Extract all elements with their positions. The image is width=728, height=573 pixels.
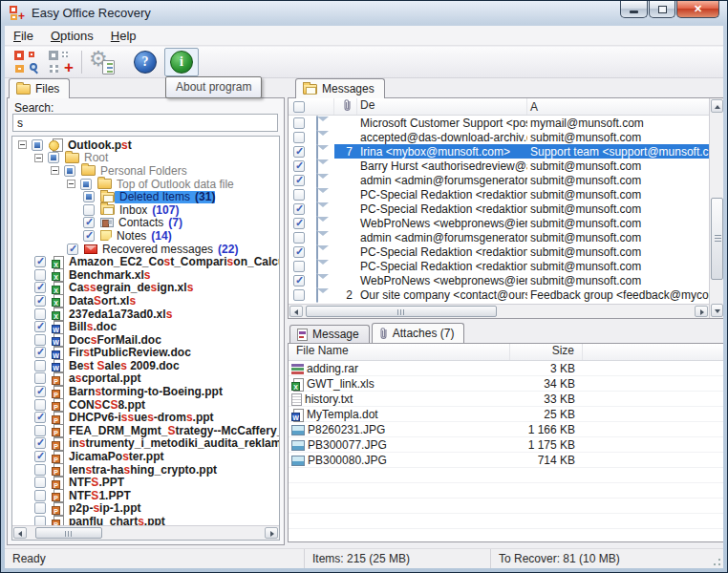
de-column-header[interactable]: De: [357, 98, 527, 115]
tree-checkbox[interactable]: [34, 347, 46, 358]
tree-item[interactable]: P lenstra-hashing_crypto.ppt: [12, 463, 279, 477]
messages-vertical-scrollbar[interactable]: [709, 98, 723, 318]
open-office-file-button[interactable]: [9, 48, 43, 76]
tree-item[interactable]: Recovered messages(22): [12, 243, 279, 256]
tree-checkbox[interactable]: [34, 321, 46, 332]
tree-checkbox[interactable]: [34, 425, 46, 436]
tree-item[interactable]: P panflu_charts.ppt: [12, 515, 279, 525]
maximize-button[interactable]: [649, 1, 675, 18]
tree-checkbox[interactable]: [34, 295, 46, 307]
resize-grip[interactable]: [710, 555, 721, 566]
attaches-header[interactable]: File Name Size: [289, 344, 723, 361]
tree-checkbox[interactable]: [34, 477, 46, 488]
about-program-button[interactable]: i: [164, 48, 199, 76]
message-checkbox[interactable]: [293, 132, 305, 143]
scrollbar-thumb[interactable]: [711, 198, 723, 280]
message-row[interactable]: accepted@das-download-archiv.de submit@m…: [289, 130, 709, 144]
scroll-left-button[interactable]: [289, 306, 303, 317]
tree-checkbox[interactable]: [83, 191, 95, 202]
message-checkbox[interactable]: [293, 175, 305, 186]
message-row[interactable]: 7 Irina <mybox@munsoft.com> Support team…: [289, 144, 709, 159]
file-name-column-header[interactable]: File Name: [289, 344, 510, 360]
attachment-row[interactable]: WMyTempla.dot 25 KB: [289, 407, 723, 422]
menu-item-options[interactable]: Options: [42, 27, 102, 45]
tree-checkbox[interactable]: [34, 372, 46, 384]
minimize-button[interactable]: [620, 1, 648, 18]
tree-checkbox[interactable]: [34, 437, 46, 449]
size-column-header[interactable]: Size: [510, 344, 583, 360]
message-checkbox[interactable]: [293, 246, 305, 258]
message-checkbox[interactable]: [293, 218, 305, 229]
tree-checkbox[interactable]: [34, 451, 46, 462]
scrollbar-thumb[interactable]: [35, 527, 102, 539]
message-row[interactable]: PC-Special Redaktion <redaktion@p... sub…: [289, 259, 709, 273]
messages-horizontal-scrollbar[interactable]: [289, 304, 709, 318]
message-row[interactable]: 2 Our site company <contact@oursite> Fee…: [289, 287, 709, 302]
scroll-right-button[interactable]: [695, 306, 708, 317]
tree-checkbox[interactable]: [34, 399, 46, 411]
tree-checkbox[interactable]: [34, 308, 46, 320]
message-checkbox[interactable]: [293, 203, 305, 215]
tree-item[interactable]: X Cassegrain_design.xls: [12, 282, 279, 295]
tree-item[interactable]: Contacts(7): [12, 217, 279, 230]
tree-item[interactable]: P NTFS.PPT: [12, 476, 279, 489]
close-button[interactable]: ✕: [676, 1, 719, 18]
message-row[interactable]: PC-Special Redaktion <redaktion@p... sub…: [289, 244, 709, 259]
attachment-row[interactable]: PB300077.JPG 1 175 KB: [289, 437, 723, 453]
attachment-column-header[interactable]: [334, 98, 357, 115]
tree-checkbox[interactable]: [34, 360, 46, 371]
attachment-row[interactable]: history.txt 33 KB: [289, 392, 723, 407]
tree-item[interactable]: Top of Outlook data file: [12, 178, 279, 191]
title-bar[interactable]: + Easy Office Recovery ✕: [1, 1, 727, 26]
message-row[interactable]: admin <admin@forumsgenerator.co... submi…: [289, 230, 709, 244]
help-button[interactable]: ?: [128, 48, 162, 76]
tree-item[interactable]: P instrumenty_i_metodiki_audita_reklamny: [12, 437, 279, 451]
attachment-row[interactable]: XGWT_link.xls 34 KB: [289, 376, 723, 392]
tree-expander[interactable]: [51, 166, 59, 175]
add-office-file-button[interactable]: +: [43, 48, 77, 76]
message-checkbox[interactable]: [293, 146, 305, 158]
tree-item[interactable]: Inbox(107): [12, 203, 279, 217]
tree-item[interactable]: P Barnstorming-to-Boeing.ppt: [12, 385, 279, 398]
tree-checkbox[interactable]: [34, 334, 46, 346]
tree-checkbox[interactable]: [83, 230, 95, 242]
tree-expander[interactable]: [34, 154, 43, 162]
tree-item[interactable]: Root: [12, 152, 279, 165]
attachment-row[interactable]: adding.rar 3 KB: [289, 361, 723, 376]
tree-item[interactable]: X Amazon_EC2_Cost_Comparison_Calculato: [12, 255, 279, 268]
message-row[interactable]: Barry Hurst <authorisedreview@aol... sub…: [289, 159, 709, 173]
tree-checkbox[interactable]: [83, 217, 95, 228]
scrollbar-thumb[interactable]: [306, 306, 497, 317]
recovery-options-button[interactable]: ⚙: [86, 48, 120, 76]
scroll-up-button[interactable]: [711, 99, 723, 113]
tree-item[interactable]: W Bills.doc: [12, 320, 279, 333]
scroll-down-button[interactable]: [711, 304, 723, 317]
tree-item[interactable]: P NTFS1.PPT: [12, 489, 279, 502]
message-checkbox[interactable]: [293, 117, 305, 129]
tree-checkbox[interactable]: [34, 516, 46, 525]
tree-item[interactable]: Personal Folders: [12, 164, 279, 178]
tree-checkbox[interactable]: [83, 204, 95, 216]
tree-item[interactable]: Outlook.pst: [12, 138, 279, 152]
message-row[interactable]: WebProNews <webpronews@ientry... submit@…: [289, 216, 709, 230]
tree-checkbox[interactable]: [48, 152, 59, 163]
menu-item-help[interactable]: Help: [102, 27, 145, 45]
tree-checkbox[interactable]: [80, 179, 92, 190]
tree-checkbox[interactable]: [34, 269, 46, 281]
attachment-row[interactable]: PB300080.JPG 714 KB: [289, 453, 723, 468]
tree-checkbox[interactable]: [34, 490, 46, 501]
messages-header[interactable]: De A: [289, 98, 709, 116]
message-row[interactable]: PC-Special Redaktion <redaktion@p... sub…: [289, 187, 709, 202]
tab-messages[interactable]: Messages: [295, 78, 385, 98]
tree-item[interactable]: P DHCPv6-issues-droms.ppt: [12, 411, 279, 424]
tree-item[interactable]: P JicamaPoster.ppt: [12, 450, 279, 463]
select-all-checkbox[interactable]: [293, 101, 305, 113]
message-checkbox[interactable]: [293, 160, 305, 172]
search-input[interactable]: [12, 114, 278, 132]
tree-checkbox[interactable]: [34, 412, 46, 423]
tree-item[interactable]: P ascportal.ppt: [12, 372, 279, 386]
tab-message[interactable]: Message: [289, 325, 370, 343]
tree-checkbox[interactable]: [34, 386, 46, 397]
scroll-right-button[interactable]: [265, 527, 278, 539]
tree-expander[interactable]: [67, 180, 75, 188]
